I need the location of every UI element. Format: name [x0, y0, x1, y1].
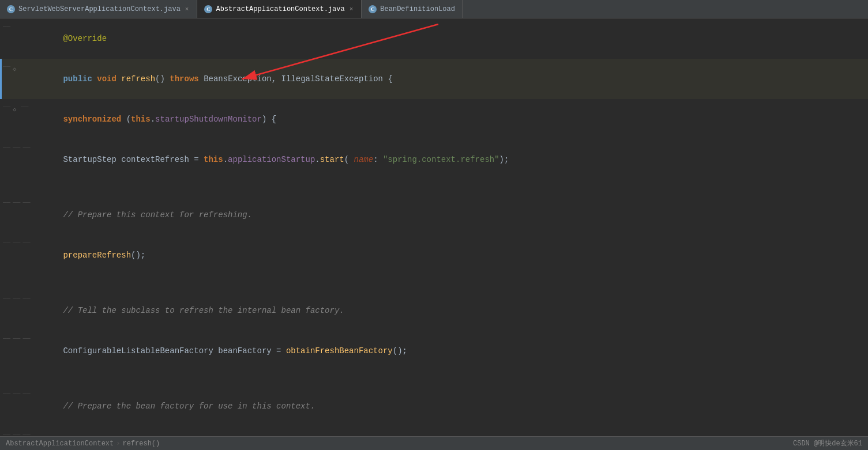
code-content-6: // Prepare this context for refreshing.	[32, 196, 868, 234]
indent-9b: ——	[13, 292, 20, 304]
method-preparerefresh: prepareRefresh	[63, 251, 131, 260]
code-line-blank-1	[0, 180, 868, 195]
code-line-4: —— —— —— StartupStep contextRefresh = th…	[0, 139, 868, 180]
comment-subclass-refresh: // Tell the subclass to refresh the inte…	[63, 306, 344, 315]
breadcrumb-class: AbstractApplicationContext	[6, 440, 114, 448]
fold-marker-3[interactable]: ◇	[13, 104, 18, 109]
annotation-override: @Override	[63, 34, 107, 43]
field-monitor: startupShutdownMonitor	[155, 115, 262, 124]
status-bar: AbstractApplicationContext › refresh() C…	[0, 436, 868, 450]
code-line-7: —— —— —— prepareRefresh();	[0, 235, 868, 275]
breadcrumb: AbstractApplicationContext › refresh()	[6, 440, 160, 448]
gutter-3: —— ◇ ——	[0, 100, 32, 113]
code-line-9: —— —— —— // Tell the subclass to refresh…	[0, 290, 868, 331]
indent-dash-3a: ——	[3, 100, 10, 113]
code-line-blank-2	[0, 275, 868, 290]
tab-icon-beandef: C	[369, 5, 377, 13]
comment-prepare-bean-factory: // Prepare the bean factory for use in t…	[63, 402, 315, 411]
tab-label-abstract: AbstractApplicationContext.java	[216, 5, 344, 13]
type-startup: StartupStep contextRefresh =	[63, 155, 204, 164]
keyword-throws: throws	[170, 74, 198, 84]
indent-dash-3b: ——	[21, 100, 28, 113]
gutter-10: —— —— ——	[0, 332, 32, 345]
watermark-text: CSDN @明快de玄米61	[793, 438, 862, 448]
indent-7b: ——	[13, 236, 20, 249]
code-line-10: —— —— —— ConfigurableListableBeanFactory…	[0, 331, 868, 371]
code-content-9: // Tell the subclass to refresh the inte…	[32, 292, 868, 330]
code-content-4: StartupStep contextRefresh = this.applic…	[32, 141, 868, 179]
indent-6b: ——	[13, 196, 20, 209]
code-area: —— @Override —— ◇ public void refresh() …	[0, 18, 868, 436]
indent-12a: ——	[3, 387, 10, 400]
indent-12b: ——	[13, 387, 20, 400]
gutter-4: —— —— ——	[0, 141, 32, 153]
indent-7c: ——	[22, 236, 30, 249]
field-appstartup: applicationStartup	[228, 155, 315, 164]
tab-servlet[interactable]: C ServletWebServerApplicationContext.jav…	[0, 0, 197, 18]
keyword-public: public	[63, 74, 92, 84]
code-line-blank-3	[0, 371, 868, 386]
breadcrumb-separator: ›	[116, 440, 120, 448]
tab-close-servlet[interactable]: ×	[184, 6, 190, 13]
exc-beans: BeansException	[204, 74, 272, 84]
keyword-void: void	[97, 74, 117, 84]
indent-dash-1: ——	[3, 20, 10, 32]
tab-icon-abstract: C	[204, 5, 212, 13]
code-content-12: // Prepare the bean factory for use in t…	[32, 387, 868, 425]
gutter-7: —— —— ——	[0, 236, 32, 249]
fold-marker-2[interactable]: ◇	[13, 63, 18, 69]
fold-1	[13, 23, 18, 29]
indent-6a: ——	[3, 196, 10, 209]
keyword-this: this	[131, 115, 151, 124]
code-line-12: —— —— —— // Prepare the bean factory for…	[0, 386, 868, 426]
indent-6c: ——	[22, 196, 30, 209]
method-obtain: obtainFreshBeanFactory	[286, 346, 393, 356]
code-line-3: —— ◇ —— synchronized (this.startupShutdo…	[0, 99, 868, 139]
keyword-synchronized: synchronized	[63, 115, 121, 124]
indent-dash-2: ——	[3, 60, 10, 73]
gutter-13: —— —— ——	[0, 428, 32, 436]
exc-illegal: IllegalStateException	[281, 74, 383, 84]
tab-close-abstract[interactable]: ×	[348, 6, 355, 13]
indent-dash-4a: ——	[3, 141, 10, 153]
breadcrumb-method: refresh()	[122, 440, 160, 448]
gutter-1: ——	[0, 20, 32, 32]
indent-7a: ——	[3, 236, 10, 249]
indent-dash-4c: ——	[22, 141, 30, 153]
comment-prepare-refresh: // Prepare this context for refreshing.	[63, 210, 252, 220]
param-name: name	[354, 155, 374, 164]
tab-label-beandef: BeanDefinitionLoad	[380, 5, 455, 13]
gutter-9: —— —— ——	[0, 292, 32, 304]
code-line-13: —— —— —— prepareBeanFactory(beanFactory)…	[0, 426, 868, 436]
indent-13c: ——	[22, 428, 30, 436]
tab-bar: C ServletWebServerApplicationContext.jav…	[0, 0, 868, 18]
indent-10b: ——	[13, 332, 20, 345]
code-line-6: —— —— —— // Prepare this context for ref…	[0, 195, 868, 235]
indent-9c: ——	[22, 292, 30, 304]
indent-10c: ——	[22, 332, 30, 345]
code-content-2: public void refresh() throws BeansExcept…	[32, 60, 868, 98]
method-refresh: refresh	[121, 74, 155, 84]
string-context-refresh: "spring.context.refresh"	[383, 155, 499, 164]
indent-10a: ——	[3, 332, 10, 345]
tab-beandef[interactable]: C BeanDefinitionLoad	[362, 0, 463, 18]
code-content-1: @Override	[32, 20, 868, 58]
gutter-2: —— ◇	[0, 60, 32, 73]
code-line-2: —— ◇ public void refresh() throws BeansE…	[0, 59, 868, 99]
indent-12c: ——	[22, 387, 30, 400]
code-content-3: synchronized (this.startupShutdownMonito…	[32, 100, 868, 138]
tab-label-servlet: ServletWebServerApplicationContext.java	[18, 5, 181, 13]
indent-13b: ——	[13, 428, 20, 436]
code-content-7: prepareRefresh();	[32, 236, 868, 274]
tab-abstract[interactable]: C AbstractApplicationContext.java ×	[197, 0, 362, 18]
indent-dash-4b: ——	[13, 141, 20, 153]
method-start: start	[320, 155, 344, 164]
gutter-12: —— —— ——	[0, 387, 32, 400]
code-line-1: —— @Override	[0, 18, 868, 59]
indent-9a: ——	[3, 292, 10, 304]
this-4: this	[204, 155, 223, 164]
indent-13a: ——	[3, 428, 10, 436]
gutter-6: —— —— ——	[0, 196, 32, 209]
tab-icon-servlet: C	[7, 5, 15, 13]
code-content-13: prepareBeanFactory(beanFactory);	[32, 428, 868, 436]
